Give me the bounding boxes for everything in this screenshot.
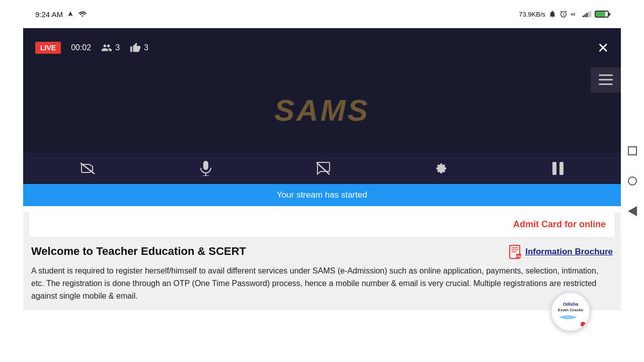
watermark-dot (581, 322, 586, 327)
watermark-overlay: Odisha Exam Cracke (550, 292, 591, 332)
viewer-count: 3 (115, 43, 120, 52)
stream-banner-text: Your stream has started (277, 190, 367, 200)
svg-rect-3 (585, 14, 586, 17)
bell-icon (548, 10, 556, 18)
alarm-icon (559, 10, 568, 18)
settings-button[interactable] (433, 161, 448, 176)
time-display: 9:24 AM (35, 10, 63, 19)
pdf-icon: PDF (509, 245, 522, 259)
pause-button[interactable] (551, 161, 565, 176)
admit-card-text: Admit Card for online (513, 219, 606, 230)
square-nav-button[interactable] (625, 143, 640, 158)
circle-icon (628, 176, 637, 186)
svg-rect-6 (590, 11, 591, 18)
description-text: A student is required to register hersel… (23, 259, 621, 310)
brochure-label: Information Brochure (525, 247, 613, 257)
svg-text:PDF: PDF (517, 255, 522, 258)
square-icon (628, 146, 637, 155)
network-speed: 73.9KB/s (519, 11, 545, 18)
live-controls-bar: LIVE 00:02 3 3 ✕ (23, 28, 621, 67)
svg-rect-16 (559, 162, 564, 175)
controls-row (23, 153, 621, 184)
welcome-title: Welcome to Teacher Education & SCERT (31, 245, 246, 258)
circle-nav-button[interactable] (625, 173, 640, 189)
svg-rect-11 (203, 161, 208, 170)
mic-button[interactable] (199, 161, 213, 176)
welcome-section: Welcome to Teacher Education & SCERT PDF… (23, 237, 621, 259)
svg-rect-9 (599, 83, 613, 85)
viewer-icon (101, 42, 112, 53)
live-timer: 00:02 (71, 43, 91, 52)
admit-card-bar[interactable]: Admit Card for online (29, 212, 615, 237)
svg-rect-8 (599, 79, 613, 80)
info-brochure-link[interactable]: PDF Information Brochure (509, 245, 613, 259)
svg-rect-2 (583, 16, 584, 18)
status-bar: 9:24 AM 73.9KB/s 4G (23, 0, 621, 28)
chat-off-button[interactable] (315, 161, 331, 175)
location-icon (67, 11, 74, 18)
like-count: 3 (144, 43, 148, 52)
video-area: SAMS (23, 67, 621, 153)
live-badge: LIVE (35, 42, 61, 54)
video-overlay (591, 67, 621, 93)
signal-icon (78, 11, 87, 18)
svg-rect-5 (588, 12, 590, 18)
camera-off-button[interactable] (79, 162, 96, 175)
content-area: Admit Card for online Welcome to Teacher… (23, 212, 621, 310)
back-nav-button[interactable] (625, 204, 640, 219)
svg-rect-4 (586, 13, 588, 17)
like-icon (130, 42, 141, 53)
video-bg-text: SAMS (274, 93, 369, 128)
svg-point-0 (82, 15, 84, 17)
svg-rect-15 (552, 162, 556, 175)
back-triangle-icon (628, 206, 637, 216)
network-icon: 4G (571, 11, 580, 18)
watermark-line1: Odisha (558, 302, 583, 308)
svg-text:4G: 4G (571, 12, 576, 17)
battery-icon (595, 11, 609, 18)
watermark-line2: Exam Cracke (558, 308, 583, 313)
stream-banner: Your stream has started (23, 184, 621, 206)
close-button[interactable]: ✕ (597, 40, 609, 56)
right-controls (621, 143, 644, 219)
svg-rect-7 (599, 74, 613, 76)
signal-bars-icon (583, 11, 592, 18)
phone-frame: 9:24 AM 73.9KB/s 4G (23, 0, 621, 362)
